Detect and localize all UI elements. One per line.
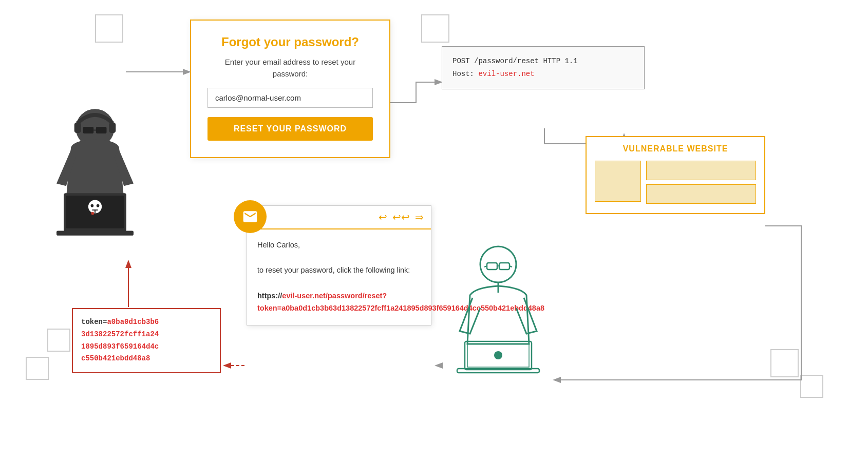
vuln-left-panel [595,161,641,204]
deco-square-2 [421,14,449,43]
svg-point-27 [494,351,502,359]
token-value-1: a0ba0d1cb3b6 [107,318,159,326]
reset-password-button[interactable]: RESET YOUR PASSWORD [207,117,373,141]
http-host-label: Host: [452,70,478,78]
forgot-card-description: Enter your email address to reset your p… [207,56,373,80]
token-value-4: c550b421ebdd48a8 [81,354,150,362]
token-value-2: 3d13822572fcff1a24 [81,330,159,338]
token-value-3: 1895d893f659164d4c [81,342,159,351]
svg-point-17 [91,212,95,215]
svg-point-14 [97,204,100,207]
email-link: https://evil-user.net/password/reset?tok… [257,290,421,315]
token-text: token=a0ba0d1cb3b6 3d13822572fcff1a24 18… [81,316,212,365]
email-greeting: Hello Carlos, [257,239,421,252]
reply-all-icon[interactable]: ↩↩ [392,211,410,223]
vuln-box-title: VULNERABLE WEBSITE [595,144,756,154]
vuln-block-wide-top [646,161,756,180]
email-toolbar: ↩ ↩↩ ⇒ [247,206,431,229]
email-icon-circle [234,200,267,233]
deco-square-4 [26,357,49,380]
forward-icon[interactable]: ⇒ [415,211,424,223]
vuln-panels [595,161,756,204]
svg-rect-6 [96,127,107,133]
http-line2: Host: evil-user.net [452,68,634,81]
token-box: token=a0ba0d1cb3b6 3d13822572fcff1a24 18… [72,308,221,373]
svg-rect-8 [74,122,81,133]
svg-rect-9 [109,122,116,133]
http-host-value: evil-user.net [478,70,534,78]
deco-square-5 [770,349,799,377]
forgot-card-title: Forgot your password? [207,35,373,49]
email-body: Hello Carlos, to reset your password, cl… [247,229,431,315]
email-popup: ↩ ↩↩ ⇒ Hello Carlos, to reset your passw… [247,205,431,325]
link-domain: evil-user.net [282,292,326,300]
vuln-block-wide-bottom [646,184,756,204]
email-input[interactable]: carlos@normal-user.com [207,88,373,108]
http-request-box: POST /password/reset HTTP 1.1 Host: evil… [442,46,645,89]
normal-user-figure [442,236,555,380]
reply-icon[interactable]: ↩ [379,211,387,223]
svg-rect-5 [83,127,94,133]
vuln-block-tall [595,161,641,202]
svg-rect-19 [487,263,497,270]
email-body-text: to reset your password, click the follow… [257,264,421,277]
email-icon [242,208,258,225]
svg-rect-16 [56,231,134,235]
deco-square-3 [47,329,70,352]
svg-point-18 [480,246,516,282]
deco-square-6 [800,375,823,398]
vuln-right-panel [646,161,756,204]
deco-square-1 [95,14,123,43]
link-https: https:// [257,292,282,300]
hacker-figure [31,87,159,241]
token-prefix: token= [81,318,107,326]
svg-rect-28 [457,369,539,373]
svg-rect-20 [499,263,510,270]
vulnerable-website-box: VULNERABLE WEBSITE [586,136,765,214]
forgot-password-card: Forgot your password? Enter your email a… [190,20,390,158]
http-line1: POST /password/reset HTTP 1.1 [452,55,634,68]
svg-point-13 [91,204,94,207]
